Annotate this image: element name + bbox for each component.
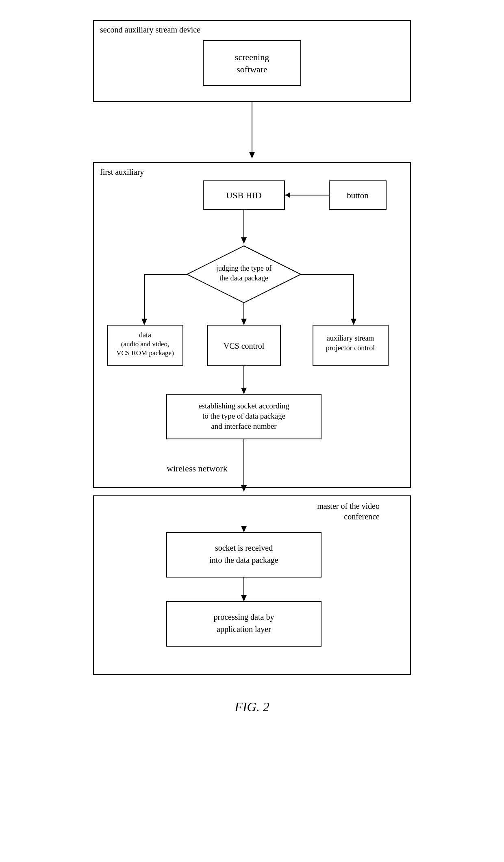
data-text-3: VCS ROM package) (116, 349, 174, 357)
processing-text-2: application layer (217, 625, 271, 634)
processing-rect (167, 601, 321, 646)
data-text-1: data (139, 331, 151, 339)
top-device-label-text: second auxiliary stream device (100, 25, 200, 35)
vcs-text: VCS control (224, 341, 265, 350)
diamond-text-2: the data package (219, 274, 268, 282)
fig-caption-text: FIG. 2 (234, 699, 269, 714)
aux-proj-text-2: projector control (326, 344, 375, 352)
aux-proj-text-1: auxiliary stream (327, 334, 374, 342)
socket-establish-text-2: to the type of data package (202, 412, 285, 420)
master-label-text-1: master of the video (317, 502, 380, 510)
master-label-text-2: conference (344, 512, 380, 521)
first-aux-label-text: first auxiliary (100, 167, 144, 177)
screening-text-2: software (237, 64, 267, 74)
wireless-label-text: wireless network (167, 463, 228, 473)
socket-received-text-2: into the data package (209, 556, 278, 565)
data-text-2: (audio and video, (121, 340, 169, 348)
diamond-text-1: judging the type of (216, 264, 272, 272)
screening-text-1: screening (235, 52, 269, 62)
screening-rect (203, 41, 301, 85)
main-diagram-svg: second auxiliary stream device screening… (69, 12, 435, 849)
master-rect (93, 496, 411, 675)
button-text: button (347, 191, 369, 200)
socket-establish-text-1: establishing socket according (198, 402, 289, 410)
socket-received-rect (167, 532, 321, 577)
processing-text-1: processing data by (214, 612, 274, 622)
socket-received-text-1: socket is received (215, 543, 273, 552)
master-entry-head (241, 485, 247, 492)
usb-hid-text: USB HID (226, 190, 261, 200)
socket-establish-text-3: and interface number (211, 422, 277, 430)
main-svg-wrap: second auxiliary stream device screening… (0, 0, 504, 862)
arrow-head-top (249, 152, 255, 159)
